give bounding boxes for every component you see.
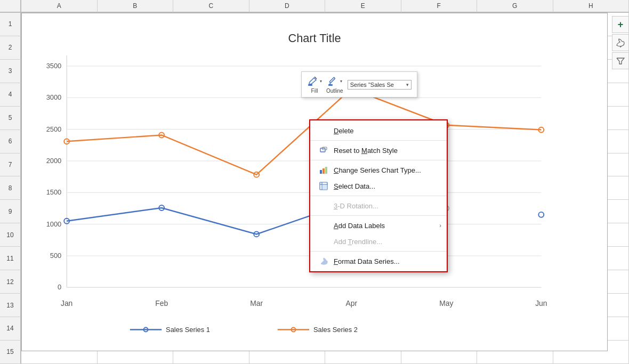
menu-3d-rotation-label: 3-D Rotation... <box>334 202 378 210</box>
chart-filter-button[interactable] <box>612 52 629 69</box>
row-header-3: 3 <box>0 60 21 83</box>
svg-text:2000: 2000 <box>46 157 62 165</box>
fill-icon <box>307 75 319 87</box>
separator-5 <box>310 251 447 252</box>
separator-4 <box>310 215 447 216</box>
menu-item-add-trendline: Add Trendline... <box>310 233 447 249</box>
filter-icon <box>616 56 625 65</box>
row-header-13: 13 <box>0 294 21 317</box>
menu-reset-label: Reset to Match Style <box>334 147 398 155</box>
svg-text:Sales Series 1: Sales Series 1 <box>166 326 210 334</box>
menu-item-delete[interactable]: Delete <box>310 123 447 139</box>
col-header-g: G <box>477 0 553 13</box>
menu-select-data-label: Select Data... <box>334 182 375 190</box>
menu-item-reset-match-style[interactable]: Reset to Match Style <box>310 142 447 158</box>
chart-toolbar: + <box>612 16 629 69</box>
chart-type-icon <box>319 165 328 175</box>
row-header-9: 9 <box>0 200 21 223</box>
svg-text:3000: 3000 <box>46 93 62 101</box>
col-header-c: C <box>173 0 249 13</box>
brush-icon <box>616 38 625 47</box>
fill-label: Fill <box>311 88 318 94</box>
row-header-11: 11 <box>0 247 21 270</box>
menu-add-data-labels-label: Add Data Labels <box>334 222 385 230</box>
menu-format-data-series-label: Format Data Series... <box>334 257 400 265</box>
row-header-1: 1 <box>0 13 21 36</box>
col-header-f: F <box>401 0 478 13</box>
corner-cell <box>0 0 21 13</box>
col-header-b: B <box>98 0 174 13</box>
svg-text:Jun: Jun <box>535 299 547 308</box>
separator-1 <box>310 140 447 141</box>
svg-text:1000: 1000 <box>46 220 62 228</box>
row-header-10: 10 <box>0 223 21 247</box>
row-header-2: 2 <box>0 36 21 60</box>
chart-style-button[interactable] <box>612 34 629 51</box>
svg-text:Jan: Jan <box>61 299 72 308</box>
svg-text:500: 500 <box>50 252 61 260</box>
outline-label: Outline <box>326 88 343 94</box>
context-menu: Delete Reset to Match Style <box>309 119 448 272</box>
svg-text:0: 0 <box>58 283 61 291</box>
row-header-5: 5 <box>0 107 21 130</box>
menu-item-format-data-series[interactable]: Format Data Series... <box>310 253 447 269</box>
3d-rotation-icon <box>319 201 328 211</box>
menu-item-select-data[interactable]: Select Data... <box>310 178 447 194</box>
svg-rect-43 <box>308 84 312 86</box>
fill-group[interactable]: ▾ Fill <box>307 75 322 94</box>
menu-item-3d-rotation: 3-D Rotation... <box>310 198 447 214</box>
svg-rect-47 <box>328 84 333 86</box>
outline-dropdown-arrow[interactable]: ▾ <box>340 79 342 84</box>
row-header-8: 8 <box>0 176 21 200</box>
delete-icon <box>319 126 328 135</box>
outline-group[interactable]: ▾ Outline <box>326 75 343 94</box>
fill-outline-bar: ▾ Fill ▾ Outline Series "Sales Se ▾ <box>301 71 417 98</box>
svg-rect-45 <box>329 77 335 83</box>
col-header-h: H <box>553 0 630 13</box>
svg-text:Mar: Mar <box>250 299 263 308</box>
menu-delete-label: Delete <box>334 127 354 135</box>
select-data-icon <box>319 181 328 191</box>
menu-change-chart-type-label: Change Series Chart Type... <box>334 166 421 174</box>
menu-item-change-chart-type[interactable]: Change Series Chart Type... <box>310 162 447 178</box>
separator-2 <box>310 160 447 160</box>
row-header-12: 12 <box>0 270 21 294</box>
menu-add-trendline-label: Add Trendline... <box>334 238 382 246</box>
series-selector-arrow: ▾ <box>406 82 409 87</box>
submenu-arrow-icon: › <box>439 222 441 229</box>
add-data-labels-icon <box>319 221 328 230</box>
svg-rect-51 <box>322 168 325 174</box>
series-selector-text: Series "Sales Se <box>350 82 394 88</box>
row-header-6: 6 <box>0 130 21 153</box>
svg-rect-52 <box>325 167 327 174</box>
col-header-e: E <box>325 0 401 13</box>
svg-text:Feb: Feb <box>155 299 168 308</box>
outline-icon <box>327 75 339 87</box>
row-header-7: 7 <box>0 153 21 177</box>
format-icon <box>319 256 328 266</box>
spreadsheet: A B C D E F G H 1 2 3 4 5 6 7 8 9 10 11 … <box>0 0 629 364</box>
svg-text:May: May <box>439 299 453 308</box>
svg-text:Sales Series 2: Sales Series 2 <box>313 326 358 334</box>
svg-text:2500: 2500 <box>46 125 62 133</box>
svg-point-35 <box>538 212 544 217</box>
fill-dropdown-arrow[interactable]: ▾ <box>320 79 322 84</box>
row-header-14: 14 <box>0 317 21 341</box>
svg-text:1500: 1500 <box>46 188 62 196</box>
series-selector-dropdown[interactable]: Series "Sales Se ▾ <box>348 80 412 90</box>
row-header-4: 4 <box>0 83 21 107</box>
svg-rect-50 <box>320 170 322 174</box>
svg-rect-56 <box>322 185 327 190</box>
col-header-d: D <box>249 0 326 13</box>
svg-text:Apr: Apr <box>345 299 357 308</box>
chart-title: Chart Title <box>288 31 341 45</box>
add-trendline-icon <box>319 237 328 246</box>
svg-text:3500: 3500 <box>46 62 62 70</box>
row-header-15: 15 <box>0 341 21 364</box>
menu-item-add-data-labels[interactable]: Add Data Labels › <box>310 217 447 233</box>
add-chart-element-button[interactable]: + <box>612 16 629 33</box>
col-header-a: A <box>21 0 98 13</box>
separator-3 <box>310 196 447 196</box>
reset-icon <box>319 145 328 155</box>
